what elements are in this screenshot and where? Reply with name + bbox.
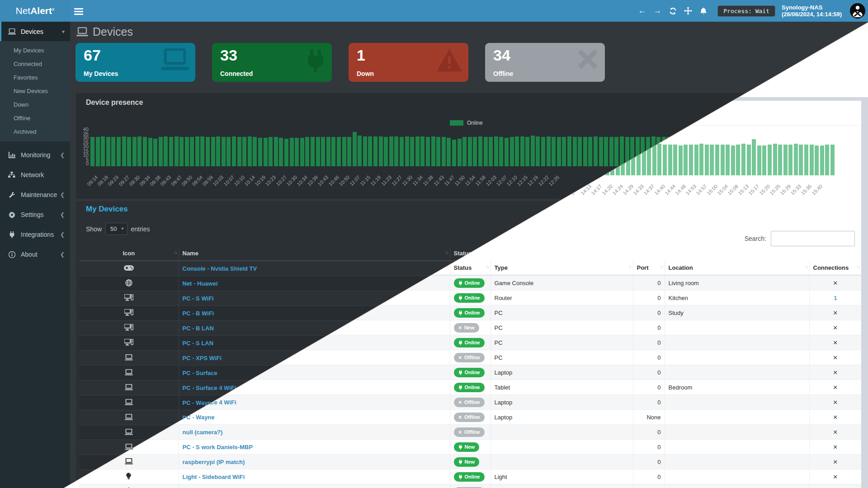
page-size-select[interactable]: 50▾ [105, 223, 127, 235]
device-name-link[interactable]: Console - Nvidia Shield TV [183, 265, 257, 272]
device-name-link[interactable]: PC - B LAN [183, 325, 214, 332]
sidebar-item-connected[interactable]: Connected [0, 57, 70, 71]
sidebar-item-archived[interactable]: Archived [0, 125, 70, 139]
sidebar-item-down[interactable]: Down [0, 98, 70, 112]
sort-icon[interactable]: ↑↓ [486, 264, 489, 269]
device-name-link[interactable]: null (camera?) [183, 429, 223, 436]
card-offline[interactable]: 34 Offline [485, 43, 605, 82]
back-icon[interactable]: ← [634, 6, 650, 15]
wrench-icon [6, 192, 17, 198]
device-name-link[interactable]: raspberrypi (IP match) [183, 459, 245, 465]
sort-icon[interactable]: ↑↓ [660, 264, 663, 269]
x-axis-tick-label: 09:38 [149, 174, 161, 187]
sidebar-item-offline[interactable]: Offline [0, 112, 70, 125]
delete-connection-icon[interactable]: ✕ [833, 310, 838, 316]
delete-connection-icon[interactable]: ✕ [833, 384, 838, 391]
device-name-link[interactable]: Light - Sideboard WiFi [183, 474, 245, 480]
chart-bar [794, 144, 798, 175]
delete-connection-icon[interactable]: ✕ [833, 339, 838, 346]
desktop-icon [79, 306, 179, 321]
sidebar-item-settings[interactable]: Settings ❮ [0, 205, 70, 225]
delete-connection-icon[interactable]: ✕ [833, 369, 838, 376]
x-axis-tick-label: 14:29 [622, 183, 634, 196]
sidebar-item-monitoring[interactable]: Monitoring ❮ [0, 145, 70, 165]
sort-icon[interactable]: ↑↓ [174, 250, 177, 255]
hamburger-menu-icon[interactable] [74, 7, 83, 15]
sidebar-item-about[interactable]: About ❮ [0, 244, 70, 264]
device-name-link[interactable]: PC - XPS WiFi [183, 355, 222, 361]
device-status-cell: Online [450, 365, 491, 380]
move-icon[interactable] [680, 7, 696, 15]
column-header-icon[interactable]: Icon↑↓ [79, 246, 179, 261]
delete-connection-icon[interactable]: ✕ [833, 474, 838, 480]
sort-icon[interactable]: ↑↓ [445, 250, 448, 255]
chart-bar [258, 138, 262, 166]
connections-count-link[interactable]: 1 [834, 295, 837, 301]
chart-bar [815, 145, 819, 175]
column-header-type[interactable]: Type↑↓ [491, 260, 633, 275]
device-name-link[interactable]: PC - S LAN [183, 340, 214, 347]
sidebar-item-integrations[interactable]: Integrations ❮ [0, 225, 70, 244]
chart-bar [525, 137, 529, 166]
delete-connection-icon[interactable]: ✕ [833, 429, 838, 436]
bulb-icon [79, 484, 179, 488]
sort-icon[interactable]: ↑↓ [628, 264, 631, 269]
device-name-link[interactable]: PC - Surface [183, 370, 217, 376]
card-label: Connected [220, 70, 253, 77]
bell-icon[interactable] [696, 7, 711, 15]
user-avatar[interactable] [850, 3, 865, 19]
delete-connection-icon[interactable]: ✕ [833, 414, 838, 421]
delete-connection-icon[interactable]: ✕ [833, 399, 838, 406]
refresh-icon[interactable] [665, 7, 680, 15]
chart-bar [300, 138, 304, 166]
delete-connection-icon[interactable]: ✕ [833, 444, 838, 450]
card-label: Down [357, 70, 374, 77]
sidebar-item-devices[interactable]: Devices ▾ [0, 22, 70, 41]
device-name-link[interactable]: PC - B WiFi [183, 310, 214, 317]
sidebar-item-maintenance[interactable]: Maintenance ❮ [0, 185, 70, 205]
sidebar-item-network[interactable]: Network [0, 165, 70, 185]
status-badge: Online [454, 383, 485, 392]
column-header-status[interactable]: Status↑↓ [450, 260, 491, 275]
search-input[interactable] [771, 231, 855, 246]
column-header-port[interactable]: Port↑↓ [633, 260, 665, 275]
table-row: null (camera?)✕Offline0✕ [79, 425, 861, 440]
column-header-name[interactable]: Name↑↓ [179, 246, 450, 261]
x-axis-tick-label: 11:07 [349, 174, 361, 187]
sort-icon[interactable]: ↑↓ [857, 264, 859, 269]
device-name-link[interactable]: Net - Huawei [183, 280, 218, 287]
device-connections-cell: ✕ [809, 335, 861, 350]
chevron-down-icon: ▾ [121, 226, 123, 231]
sidebar-item-label: Maintenance [21, 191, 57, 198]
sort-icon[interactable]: ↑↓ [805, 264, 807, 269]
chart-legend[interactable]: Online [450, 120, 483, 126]
delete-connection-icon[interactable]: ✕ [833, 280, 838, 286]
device-name-link[interactable]: PC - S WiFi [183, 295, 214, 302]
column-header-connections[interactable]: Connections↑↓ [809, 260, 861, 275]
desktop-icon [79, 291, 179, 306]
sidebar-item-new-devices[interactable]: New Devices [0, 84, 70, 98]
card-connected[interactable]: 33 Connected [212, 43, 332, 82]
card-my-devices[interactable]: 67 My Devices [75, 43, 195, 82]
delete-connection-icon[interactable]: ✕ [833, 459, 838, 465]
device-location-cell [665, 335, 809, 350]
app-logo[interactable]: NetAlertx [0, 0, 70, 22]
forward-icon[interactable]: → [650, 6, 665, 15]
delete-connection-icon[interactable]: ✕ [833, 324, 838, 331]
delete-connection-icon[interactable]: ✕ [833, 354, 838, 361]
process-status-badge[interactable]: Process: Wait [717, 5, 775, 17]
chart-bar [447, 138, 451, 166]
top-nav: NetAlertx ← → Process: Wait Synology-NAS… [0, 0, 868, 22]
device-port-cell: 0 [633, 440, 665, 455]
page-title: Devices [76, 25, 133, 38]
sidebar-item-my-devices[interactable]: My Devices [0, 44, 70, 57]
device-name-link[interactable]: PC - Surface 4 WiFi [183, 385, 236, 391]
card-down[interactable]: 1 Down [349, 43, 468, 82]
sidebar-item-favorites[interactable]: Favorites [0, 71, 70, 84]
column-header-location[interactable]: Location↑↓ [665, 260, 809, 275]
laptop-icon [79, 395, 179, 410]
device-location-cell: Living room [665, 275, 809, 291]
device-connections-cell: ✕ [809, 275, 861, 291]
device-name-link[interactable]: PC - S work Daniels-MBP [183, 444, 253, 450]
chart-bar [679, 145, 683, 175]
